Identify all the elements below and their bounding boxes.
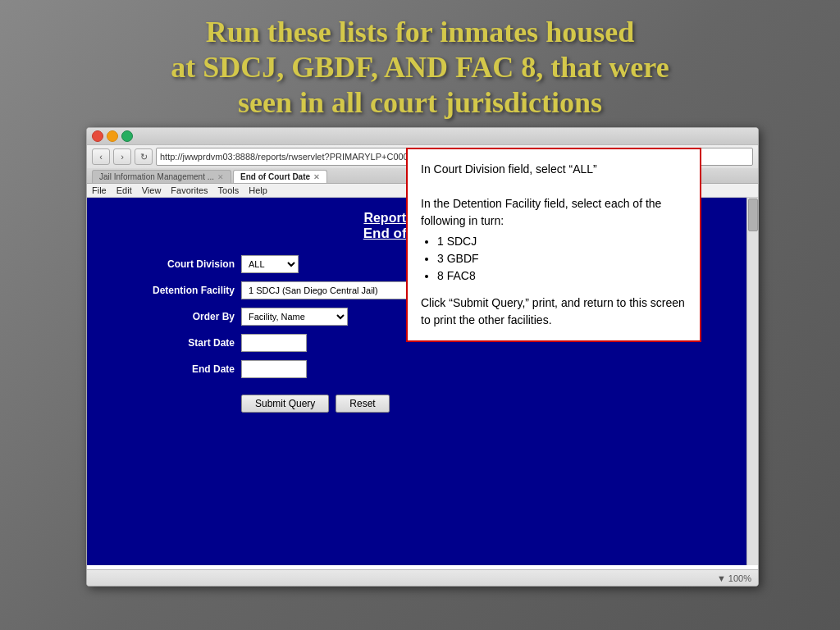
tab-end-of-court[interactable]: End of Court Date ✕: [233, 170, 327, 183]
refresh-button[interactable]: ↻: [135, 148, 153, 165]
forward-button[interactable]: ›: [113, 148, 131, 165]
browser-titlebar: [87, 128, 758, 145]
annotation-item3: 8 FAC8: [437, 267, 687, 285]
menu-favorites[interactable]: Favorites: [171, 185, 208, 195]
minimize-button[interactable]: [107, 130, 118, 142]
order-by-label: Order By: [103, 311, 235, 322]
court-division-select[interactable]: ALL: [241, 255, 299, 273]
annotation-item2: 3 GBDF: [437, 250, 687, 267]
end-date-label: End Date: [103, 363, 235, 375]
submit-button[interactable]: Submit Query: [241, 395, 329, 413]
button-row: Submit Query Reset: [241, 395, 742, 413]
start-date-label: Start Date: [103, 337, 235, 349]
scrollbar[interactable]: [746, 198, 758, 565]
menu-tools[interactable]: Tools: [218, 185, 240, 195]
tab-close-active-icon[interactable]: ✕: [313, 173, 320, 181]
zoom-level[interactable]: ▼ 100%: [717, 573, 751, 583]
scrollbar-thumb[interactable]: [748, 199, 758, 231]
menu-file[interactable]: File: [92, 185, 107, 195]
annotation-line2: In the Detention Facility field, select …: [421, 195, 687, 230]
close-button[interactable]: [92, 130, 103, 142]
maximize-button[interactable]: [121, 130, 133, 142]
annotation-line3: Click “Submit Query,” print, and return …: [421, 294, 687, 329]
detention-facility-label: Detention Facility: [103, 285, 235, 296]
start-date-input[interactable]: [241, 334, 307, 352]
annotation-item1: 1 SDCJ: [437, 233, 687, 250]
reset-button[interactable]: Reset: [336, 395, 389, 413]
tab-close-icon[interactable]: ✕: [217, 173, 224, 181]
tab-jail-info[interactable]: Jail Information Management ... ✕: [92, 170, 231, 183]
status-bar: ▼ 100%: [87, 569, 758, 586]
annotation-box: In Court Division field, select “ALL” In…: [406, 148, 701, 342]
annotation-list: 1 SDCJ 3 GBDF 8 FAC8: [437, 233, 687, 285]
slide-title: Run these lists for inmates housed at SD…: [84, 15, 756, 121]
court-division-label: Court Division: [103, 258, 235, 270]
menu-view[interactable]: View: [142, 185, 162, 195]
menu-edit[interactable]: Edit: [116, 185, 132, 195]
end-date-input[interactable]: [241, 360, 307, 378]
menu-help[interactable]: Help: [249, 185, 267, 195]
annotation-line1: In Court Division field, select “ALL”: [421, 161, 687, 178]
back-button[interactable]: ‹: [92, 148, 110, 165]
end-date-row: End Date: [103, 360, 742, 378]
order-by-select[interactable]: Facility, Name: [241, 308, 348, 326]
